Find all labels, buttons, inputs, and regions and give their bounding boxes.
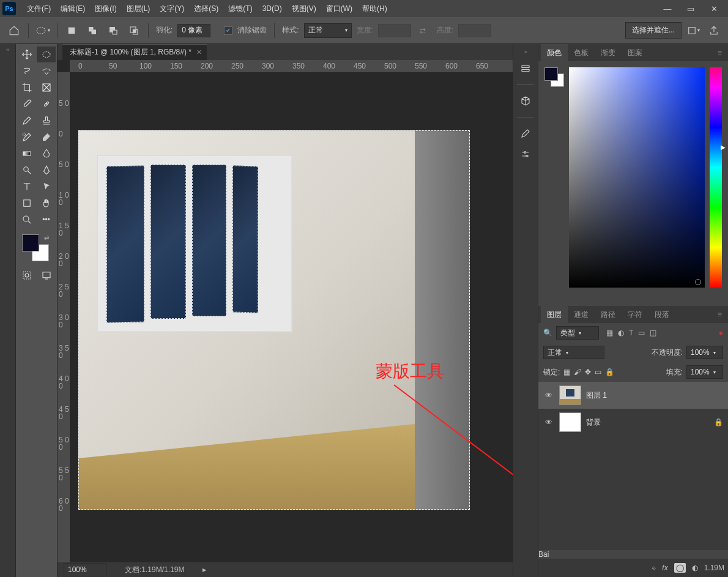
fill-input[interactable]: 100%▾ xyxy=(686,365,723,379)
window-maximize[interactable]: ▭ xyxy=(679,2,702,15)
menu-file[interactable]: 文件(F) xyxy=(22,0,56,17)
menu-layer[interactable]: 图层(L) xyxy=(122,0,155,17)
pen-tool[interactable] xyxy=(37,162,56,178)
filter-adj-icon[interactable]: ◐ xyxy=(618,329,624,337)
lock-all-icon[interactable]: 🔒 xyxy=(605,368,614,376)
share-icon[interactable] xyxy=(705,21,723,40)
3d-icon[interactable] xyxy=(517,94,534,108)
document-tab[interactable]: 未标题-1 @ 100% (图层 1, RGB/8#) *✕ xyxy=(62,44,207,60)
sel-subtract-icon[interactable] xyxy=(104,21,122,40)
quickmask-tool[interactable] xyxy=(17,267,36,283)
menu-select[interactable]: 选择(S) xyxy=(189,0,223,17)
eraser-tool[interactable] xyxy=(37,129,56,145)
lock-pos-icon[interactable]: ✥ xyxy=(585,368,591,376)
color-picker[interactable] xyxy=(569,67,705,288)
lock-art-icon[interactable]: ▭ xyxy=(595,368,601,376)
healing-tool[interactable] xyxy=(37,96,56,112)
adjust-icon[interactable] xyxy=(517,147,534,162)
layer-row[interactable]: 👁 图层 1 xyxy=(538,382,728,409)
brush-panel-icon[interactable] xyxy=(517,126,534,141)
quick-select-tool[interactable] xyxy=(37,63,56,79)
tab-channels[interactable]: 通道 xyxy=(568,306,595,324)
filter-img-icon[interactable]: ▦ xyxy=(606,329,613,337)
search-icon[interactable]: 🔍 xyxy=(543,329,552,337)
filter-smart-icon[interactable]: ◫ xyxy=(650,329,656,337)
menu-help[interactable]: 帮助(H) xyxy=(357,0,392,17)
zoom-tool[interactable] xyxy=(17,212,36,228)
shape-tool[interactable] xyxy=(17,195,36,211)
feather-input[interactable] xyxy=(177,24,210,37)
opacity-input[interactable]: 100%▾ xyxy=(686,346,723,359)
blur-tool[interactable] xyxy=(37,146,56,162)
brush-tool[interactable] xyxy=(17,113,36,128)
gradient-tool[interactable] xyxy=(17,146,36,162)
marquee-tool[interactable] xyxy=(37,47,56,62)
filter-toggle-icon[interactable]: ● xyxy=(719,329,723,337)
select-and-mask-button[interactable]: 选择并遮住... xyxy=(625,22,682,39)
menu-3d[interactable]: 3D(D) xyxy=(258,0,287,17)
lasso-tool[interactable] xyxy=(17,63,36,79)
sel-intersect-icon[interactable] xyxy=(125,21,143,40)
sel-add-icon[interactable] xyxy=(83,21,102,40)
layer-filter-select[interactable]: 类型▾ xyxy=(556,326,599,340)
mask-icon[interactable]: ◯ xyxy=(674,563,686,573)
tab-pattern[interactable]: 图案 xyxy=(622,44,648,62)
window-close[interactable]: ✕ xyxy=(702,2,726,15)
menu-view[interactable]: 视图(V) xyxy=(287,0,321,17)
tab-char[interactable]: 字符 xyxy=(622,306,648,324)
fx-icon[interactable]: fx xyxy=(662,564,667,572)
menu-edit[interactable]: 编辑(E) xyxy=(56,0,90,17)
hue-slider[interactable]: ▶ xyxy=(710,67,722,288)
swap-colors-icon[interactable]: ⇄ xyxy=(44,234,49,241)
history-brush-tool[interactable] xyxy=(17,129,36,145)
marquee-preset-icon[interactable]: ▾ xyxy=(34,21,52,40)
layer-row[interactable]: 👁 背景 🔒 xyxy=(538,409,728,436)
dodge-tool[interactable] xyxy=(17,162,36,178)
path-select-tool[interactable] xyxy=(37,179,56,195)
lock-trans-icon[interactable]: ▦ xyxy=(563,368,570,376)
filter-type-icon[interactable]: T xyxy=(629,329,633,337)
type-tool[interactable] xyxy=(17,179,36,195)
art-board-icon[interactable]: ▾ xyxy=(684,21,702,40)
window-minimize[interactable]: — xyxy=(656,2,679,15)
layer-name[interactable]: 图层 1 xyxy=(586,390,607,401)
style-select[interactable]: 正常▾ xyxy=(304,23,352,38)
ruler-vertical[interactable]: 5 005 01 0 01 5 02 0 02 5 03 0 03 5 04 0… xyxy=(58,72,70,562)
crop-tool[interactable] xyxy=(17,80,36,95)
menu-window[interactable]: 窗口(W) xyxy=(321,0,357,17)
canvas[interactable]: 蒙版工具 xyxy=(70,72,513,562)
move-tool[interactable] xyxy=(17,47,36,62)
tab-swatches[interactable]: 色板 xyxy=(568,44,595,62)
menu-filter[interactable]: 滤镜(T) xyxy=(223,0,257,17)
layer-thumbnail[interactable] xyxy=(559,412,581,432)
layer-name[interactable]: 背景 xyxy=(586,417,601,428)
color-swatches[interactable]: ⇄ xyxy=(22,234,49,261)
tab-color[interactable]: 颜色 xyxy=(541,44,568,62)
antialias-checkbox[interactable]: ✔ xyxy=(224,26,232,35)
close-tab-icon[interactable]: ✕ xyxy=(196,48,202,56)
frame-tool[interactable] xyxy=(37,80,56,95)
ruler-horizontal[interactable]: 050100150200250300350400450500550600650 xyxy=(70,60,513,72)
menu-image[interactable]: 图像(I) xyxy=(90,0,121,17)
color-panel-menu-icon[interactable]: ≡ xyxy=(714,48,726,57)
stamp-tool[interactable] xyxy=(37,113,56,128)
adjustment-icon[interactable]: ◐ xyxy=(692,564,698,572)
filter-shape-icon[interactable]: ▭ xyxy=(638,329,645,337)
eyedropper-tool[interactable] xyxy=(17,96,36,112)
foreground-swatch[interactable] xyxy=(22,234,39,251)
tab-para[interactable]: 段落 xyxy=(648,306,675,324)
tab-layers[interactable]: 图层 xyxy=(541,306,568,324)
menu-type[interactable]: 文字(Y) xyxy=(155,0,189,17)
mini-swatches[interactable] xyxy=(544,67,564,87)
visibility-icon[interactable]: 👁 xyxy=(543,391,554,400)
blend-mode-select[interactable]: 正常▾ xyxy=(543,346,604,359)
sel-new-icon[interactable] xyxy=(62,21,81,40)
more-tool[interactable]: ••• xyxy=(37,212,56,228)
layer-thumbnail[interactable] xyxy=(559,385,581,405)
screenmode-tool[interactable] xyxy=(37,267,56,283)
hand-tool[interactable] xyxy=(37,195,56,211)
link-icon[interactable]: ⟐ xyxy=(652,564,656,572)
tab-paths[interactable]: 路径 xyxy=(595,306,622,324)
history-icon[interactable] xyxy=(517,61,534,76)
layers-panel-menu-icon[interactable]: ≡ xyxy=(714,310,726,319)
